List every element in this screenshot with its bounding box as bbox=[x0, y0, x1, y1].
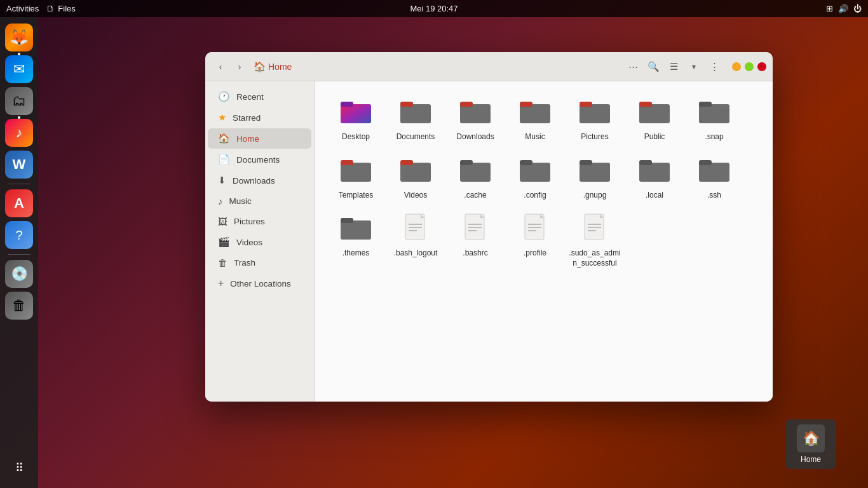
power-icon[interactable]: ⏻ bbox=[853, 4, 862, 13]
svg-rect-15 bbox=[341, 160, 353, 165]
file-item[interactable]: .bash_logout bbox=[387, 208, 444, 273]
file-item[interactable]: Desktop bbox=[327, 92, 384, 147]
folder-icon bbox=[638, 97, 671, 130]
file-name-label: Videos bbox=[404, 191, 427, 201]
menu-dots-button[interactable]: ⋯ bbox=[624, 58, 642, 76]
sidebar-item-downloads[interactable]: ⬇ Downloads bbox=[208, 170, 311, 191]
forward-button[interactable]: › bbox=[231, 58, 248, 76]
titlebar: ‹ › 🏠 Home ⋯ 🔍 ☰ ▾ ⋮ bbox=[205, 52, 773, 81]
file-item[interactable]: Documents bbox=[387, 92, 444, 147]
files-app-label[interactable]: 🗋 Files bbox=[46, 4, 75, 13]
kebab-menu-button[interactable]: ⋮ bbox=[705, 58, 723, 76]
file-name-label: .bash_logout bbox=[394, 248, 438, 259]
svg-rect-5 bbox=[460, 102, 473, 107]
file-item[interactable]: .profile bbox=[506, 208, 564, 273]
sidebar-item-home[interactable]: 🏠 Home bbox=[208, 128, 311, 149]
file-item[interactable]: Downloads bbox=[447, 92, 504, 147]
dock-apps-grid[interactable]: ⠿ bbox=[5, 454, 33, 482]
dock-disk[interactable]: 💿 bbox=[5, 260, 33, 288]
topbar-left: Activities 🗋 Files bbox=[6, 4, 76, 13]
trash-nav-icon: 🗑 bbox=[218, 257, 227, 268]
rhythmbox-icon: ♪ bbox=[16, 125, 23, 141]
search-button[interactable]: 🔍 bbox=[644, 58, 662, 76]
dock-rhythmbox[interactable]: ♪ bbox=[5, 119, 33, 147]
appstore-icon: A bbox=[14, 195, 24, 212]
home-panel[interactable]: 🏠 Home bbox=[785, 419, 836, 469]
network-icon[interactable]: ⊞ bbox=[826, 4, 833, 13]
close-button[interactable] bbox=[757, 62, 766, 71]
svg-rect-13 bbox=[699, 102, 712, 107]
file-item[interactable]: .sudo_as_admin_successful bbox=[566, 208, 623, 273]
folder-icon bbox=[519, 97, 552, 130]
file-item[interactable]: .snap bbox=[686, 92, 743, 147]
folder-icon bbox=[339, 155, 372, 188]
sidebar-item-music[interactable]: ♪ Music bbox=[208, 191, 311, 211]
file-name-label: Public bbox=[644, 132, 665, 142]
svg-rect-6 bbox=[520, 104, 550, 123]
home-panel-icon: 🏠 bbox=[797, 424, 825, 452]
file-item[interactable]: Music bbox=[506, 92, 564, 147]
breadcrumb: 🏠 Home bbox=[254, 61, 619, 72]
file-name-label: .snap bbox=[705, 132, 723, 142]
svg-rect-1 bbox=[341, 102, 353, 107]
svg-rect-3 bbox=[400, 102, 413, 107]
file-item[interactable]: .cache bbox=[447, 150, 504, 206]
dock-thunderbird[interactable]: ✉ bbox=[5, 55, 33, 83]
file-item[interactable]: .bashrc bbox=[447, 208, 504, 273]
sidebar-item-other-locations[interactable]: + Other Locations bbox=[208, 273, 311, 294]
file-item[interactable]: Videos bbox=[387, 150, 444, 206]
sidebar-item-trash[interactable]: 🗑 Trash bbox=[208, 253, 311, 273]
dock: 🦊 ✉ 🗂 ♪ W A ? 💿 🗑 ⠿ bbox=[0, 17, 38, 488]
file-item[interactable]: Public bbox=[626, 92, 683, 147]
volume-icon[interactable]: 🔊 bbox=[838, 4, 848, 13]
file-name-label: Pictures bbox=[581, 132, 608, 142]
file-name-label: .sudo_as_admin_successful bbox=[569, 248, 621, 268]
dock-appstore[interactable]: A bbox=[5, 189, 33, 217]
apps-grid-icon: ⠿ bbox=[15, 461, 24, 475]
file-item[interactable]: .ssh bbox=[686, 150, 743, 206]
sidebar-item-documents[interactable]: 📄 Documents bbox=[208, 149, 311, 170]
file-item[interactable]: .gnupg bbox=[566, 150, 623, 206]
file-item[interactable]: .themes bbox=[327, 208, 384, 273]
minimize-button[interactable] bbox=[732, 62, 741, 71]
datetime-label: Mei 19 20:47 bbox=[410, 4, 458, 13]
sidebar-item-starred[interactable]: ★ Starred bbox=[208, 107, 311, 128]
sidebar-item-pictures[interactable]: 🖼 Pictures bbox=[208, 212, 311, 231]
maximize-button[interactable] bbox=[745, 62, 754, 71]
folder-icon bbox=[578, 155, 611, 188]
file-item[interactable]: .config bbox=[506, 150, 564, 206]
dock-writer[interactable]: W bbox=[5, 151, 33, 179]
file-item[interactable]: .local bbox=[626, 150, 683, 206]
firefox-icon: 🦊 bbox=[10, 29, 29, 46]
view-list-button[interactable]: ☰ bbox=[665, 58, 682, 76]
dock-firefox[interactable]: 🦊 bbox=[5, 24, 33, 51]
svg-rect-12 bbox=[699, 104, 729, 123]
starred-icon: ★ bbox=[218, 112, 226, 123]
home-panel-label: Home bbox=[801, 455, 821, 464]
sidebar-recent-label: Recent bbox=[236, 92, 264, 102]
file-name-label: .ssh bbox=[707, 191, 721, 201]
file-name-label: Documents bbox=[397, 132, 435, 142]
sidebar-item-videos[interactable]: 🎬 Videos bbox=[208, 232, 311, 252]
file-name-label: Templates bbox=[339, 191, 374, 201]
activities-button[interactable]: Activities bbox=[6, 4, 39, 13]
dock-files[interactable]: 🗂 bbox=[5, 87, 33, 115]
dock-help[interactable]: ? bbox=[5, 221, 33, 249]
svg-rect-19 bbox=[460, 160, 473, 165]
file-doc-icon bbox=[522, 213, 550, 246]
sidebar-other-label: Other Locations bbox=[230, 279, 290, 288]
trash-icon: 🗑 bbox=[12, 297, 26, 314]
sidebar-documents-label: Documents bbox=[236, 155, 280, 165]
svg-rect-8 bbox=[580, 104, 610, 123]
back-button[interactable]: ‹ bbox=[212, 58, 229, 76]
disk-icon: 💿 bbox=[11, 266, 28, 282]
file-item[interactable]: Templates bbox=[327, 150, 384, 206]
dock-trash[interactable]: 🗑 bbox=[5, 292, 33, 320]
view-sort-button[interactable]: ▾ bbox=[685, 58, 703, 76]
sidebar-item-recent[interactable]: 🕐 Recent bbox=[208, 86, 311, 107]
sidebar-pictures-label: Pictures bbox=[234, 217, 265, 226]
writer-icon: W bbox=[13, 156, 26, 173]
sidebar-starred-label: Starred bbox=[233, 113, 261, 123]
window-controls bbox=[732, 62, 766, 71]
file-item[interactable]: Pictures bbox=[566, 92, 623, 147]
